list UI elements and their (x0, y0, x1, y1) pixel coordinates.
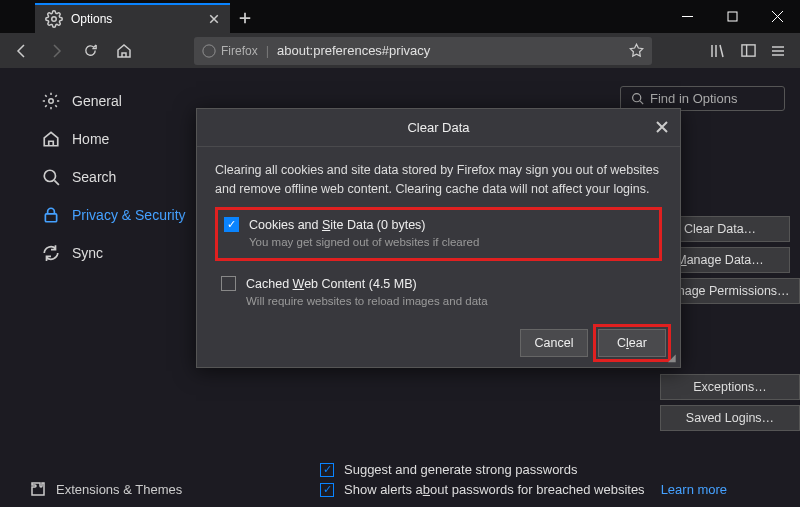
close-icon[interactable] (208, 13, 220, 25)
plus-icon (238, 11, 252, 25)
tab-title: Options (71, 12, 200, 26)
new-tab-button[interactable] (230, 3, 260, 33)
sidebar-item-label: Privacy & Security (72, 207, 186, 223)
svg-point-2 (203, 44, 215, 56)
resize-grip-icon[interactable]: ◢ (668, 352, 676, 363)
checkbox-checked-icon: ✓ (224, 217, 239, 232)
sidebar-item-sync[interactable]: Sync (30, 234, 210, 272)
svg-point-7 (633, 94, 641, 102)
lock-icon (42, 206, 60, 224)
svg-rect-1 (728, 12, 737, 21)
cancel-button[interactable]: Cancel (520, 329, 588, 357)
gear-icon (42, 92, 60, 110)
sidebar-item-label: Sync (72, 245, 103, 261)
option-title: Cookies and Site Data (0 bytes) (249, 216, 479, 235)
checkbox-label: Show alerts about passwords for breached… (344, 482, 645, 497)
dialog-description: Clearing all cookies and site data store… (215, 161, 662, 199)
browser-tab[interactable]: Options (35, 3, 230, 33)
hamburger-icon (770, 43, 786, 59)
sidebar-item-label: General (72, 93, 122, 109)
checkbox-icon: ✓ (320, 463, 334, 477)
reload-button[interactable] (76, 37, 104, 65)
svg-point-0 (52, 17, 57, 22)
dialog-title: Clear Data (407, 120, 469, 135)
sidebar-item-label: Search (72, 169, 116, 185)
ext-themes-label: Extensions & Themes (56, 482, 182, 497)
firefox-icon (202, 44, 216, 58)
sidebar-button[interactable] (734, 37, 762, 65)
preferences-sidebar: General Home Search Privacy & Security S… (0, 68, 210, 507)
back-button[interactable] (8, 37, 36, 65)
svg-point-4 (49, 99, 54, 104)
maximize-button[interactable] (710, 0, 755, 33)
svg-rect-6 (45, 214, 56, 222)
clear-button[interactable]: Clear (598, 329, 666, 357)
home-button[interactable] (110, 37, 138, 65)
url-text: about:preferences#privacy (277, 43, 621, 58)
option-subtitle: You may get signed out of websites if cl… (249, 234, 479, 251)
search-icon (631, 92, 644, 105)
arrow-right-icon (48, 43, 64, 59)
sidebar-item-home[interactable]: Home (30, 120, 210, 158)
sidebar-item-general[interactable]: General (30, 82, 210, 120)
learn-more-link[interactable]: Learn more (661, 482, 727, 497)
cached-web-content-option[interactable]: Cached Web Content (4.5 MB) Will require… (215, 269, 662, 317)
option-title: Cached Web Content (4.5 MB) (246, 275, 488, 294)
search-placeholder: Find in Options (650, 91, 737, 106)
sync-icon (42, 244, 60, 262)
identity-box[interactable]: Firefox (202, 44, 258, 58)
dialog-title-bar: Clear Data (197, 109, 680, 147)
sidebar-item-label: Home (72, 131, 109, 147)
checkbox-icon: ✓ (320, 483, 334, 497)
library-icon (710, 43, 726, 59)
option-subtitle: Will require websites to reload images a… (246, 293, 488, 310)
saved-logins-button[interactable]: Saved Logins… (660, 405, 800, 431)
exceptions-button[interactable]: Exceptions… (660, 374, 800, 400)
suggest-passwords-checkbox[interactable]: ✓ Suggest and generate strong passwords (320, 462, 727, 477)
bookmark-star-icon[interactable] (629, 43, 644, 58)
home-icon (42, 130, 60, 148)
close-window-button[interactable] (755, 0, 800, 33)
checkbox-label: Suggest and generate strong passwords (344, 462, 577, 477)
sidebar-item-search[interactable]: Search (30, 158, 210, 196)
sidebar-item-privacy[interactable]: Privacy & Security (30, 196, 210, 234)
library-button[interactable] (704, 37, 732, 65)
address-bar[interactable]: Firefox | about:preferences#privacy (194, 37, 652, 65)
breach-alerts-checkbox[interactable]: ✓ Show alerts about passwords for breach… (320, 482, 727, 497)
minimize-button[interactable] (665, 0, 710, 33)
search-icon (42, 168, 60, 186)
gear-icon (45, 10, 63, 28)
menu-button[interactable] (764, 37, 792, 65)
svg-point-5 (44, 170, 55, 181)
forward-button (42, 37, 70, 65)
home-icon (116, 43, 132, 59)
svg-rect-3 (741, 45, 754, 56)
puzzle-icon (30, 481, 46, 497)
close-icon[interactable] (654, 119, 670, 135)
clear-data-dialog: Clear Data Clearing all cookies and site… (196, 108, 681, 368)
extensions-themes-link[interactable]: Extensions & Themes (30, 481, 182, 497)
reload-icon (83, 43, 98, 58)
arrow-left-icon (14, 43, 30, 59)
sidebar-icon (741, 43, 756, 58)
brand-label: Firefox (221, 44, 258, 58)
cookies-site-data-option[interactable]: ✓ Cookies and Site Data (0 bytes) You ma… (215, 207, 662, 261)
checkbox-empty-icon (221, 276, 236, 291)
